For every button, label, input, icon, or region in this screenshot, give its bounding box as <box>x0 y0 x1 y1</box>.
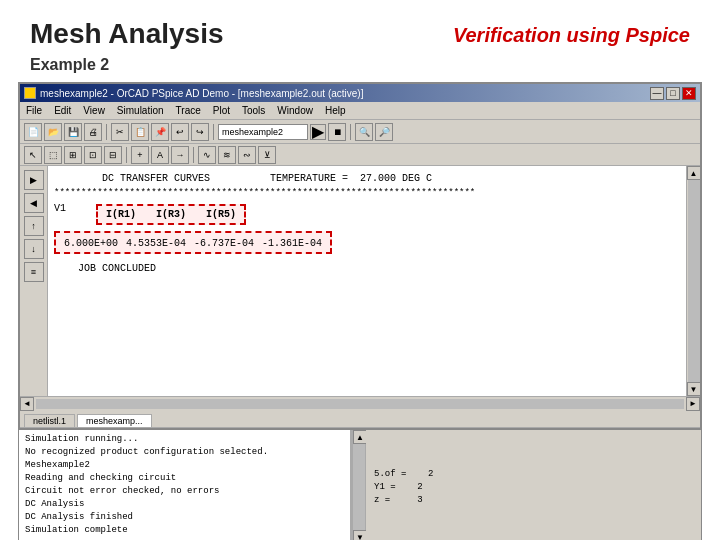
output-line-1: DC TRANSFER CURVES TEMPERATURE = 27.000 … <box>54 172 680 186</box>
scroll-track[interactable] <box>688 180 700 382</box>
undo-icon[interactable]: ↩ <box>171 123 189 141</box>
new-icon[interactable]: 📄 <box>24 123 42 141</box>
cursor-icon[interactable]: ↖ <box>24 146 42 164</box>
status-label-1: 5.of = 2 <box>374 469 433 479</box>
val-ir5: -1.361E-04 <box>262 238 322 249</box>
status-row-2: Y1 = 2 <box>374 482 693 492</box>
verification-text: Verification using Pspice <box>453 24 690 47</box>
log-line-5: Circuit not error checked, no errors <box>25 485 344 498</box>
toolbar-2: ↖ ⬚ ⊞ ⊡ ⊟ + A → ∿ ≋ ∾ ⊻ <box>20 144 700 166</box>
redo-icon[interactable]: ↪ <box>191 123 209 141</box>
hscroll-right-arrow[interactable]: ► <box>686 397 700 411</box>
open-icon[interactable]: 📂 <box>44 123 62 141</box>
status-label-2: Y1 = 2 <box>374 482 423 492</box>
bottom-panel: Simulation running... No recognized prod… <box>18 430 702 540</box>
output-tab-mesh[interactable]: meshexamp... <box>77 414 152 427</box>
toolbar-separator-1 <box>106 124 107 140</box>
log-scroll-down[interactable]: ▼ <box>353 530 367 540</box>
arrow-icon[interactable]: → <box>171 146 189 164</box>
left-panel: ▶ ◀ ↑ ↓ ≡ <box>20 166 48 396</box>
log-line-1: Simulation running... <box>25 433 344 446</box>
menu-bar: File Edit View Simulation Trace Plot Too… <box>20 102 700 120</box>
zoom-icon[interactable]: 🔍 <box>355 123 373 141</box>
subtitle: Example 2 <box>30 56 223 74</box>
add-icon[interactable]: + <box>131 146 149 164</box>
profile-combo[interactable] <box>218 124 308 140</box>
copy-icon[interactable]: 📋 <box>131 123 149 141</box>
menu-plot[interactable]: Plot <box>211 105 232 116</box>
main-title: Mesh Analysis <box>30 18 223 50</box>
select-icon[interactable]: ⬚ <box>44 146 62 164</box>
paste-icon[interactable]: 📌 <box>151 123 169 141</box>
log-line-2: No recognized product configuration sele… <box>25 446 344 459</box>
menu-simulation[interactable]: Simulation <box>115 105 166 116</box>
status-area: 5.of = 2 Y1 = 2 z = 3 <box>366 430 701 540</box>
menu-trace[interactable]: Trace <box>174 105 203 116</box>
log-area: Simulation running... No recognized prod… <box>19 430 352 540</box>
menu-window[interactable]: Window <box>275 105 315 116</box>
side-btn-5[interactable]: ≡ <box>24 262 44 282</box>
wave1-icon[interactable]: ∿ <box>198 146 216 164</box>
menu-view[interactable]: View <box>81 105 107 116</box>
title-block: Mesh Analysis Example 2 <box>30 18 223 74</box>
log-line-3: Meshexample2 <box>25 459 344 472</box>
log-line-6: DC Analysis <box>25 498 344 511</box>
toolbar-separator-2 <box>213 124 214 140</box>
log-line-8: Simulation complete <box>25 524 344 537</box>
grid-icon[interactable]: ⊞ <box>64 146 82 164</box>
output-separator: ****************************************… <box>54 186 680 200</box>
hscroll-left-arrow[interactable]: ◄ <box>20 397 34 411</box>
output-tab-netlist[interactable]: netlistl.1 <box>24 414 75 427</box>
wave3-icon[interactable]: ∾ <box>238 146 256 164</box>
title-bar-buttons: — □ ✕ <box>650 87 696 100</box>
log-line-4: Reading and checking circuit <box>25 472 344 485</box>
log-scroll-track[interactable] <box>353 444 365 530</box>
save-icon[interactable]: 💾 <box>64 123 82 141</box>
app-icon <box>24 87 36 99</box>
header: Mesh Analysis Example 2 Verification usi… <box>0 0 720 82</box>
log-scrollbar: ▲ ▼ <box>352 430 366 540</box>
val-ir1: 4.5353E-04 <box>126 238 186 249</box>
menu-tools[interactable]: Tools <box>240 105 267 116</box>
probe-icon[interactable]: ⊡ <box>84 146 102 164</box>
zoomout-icon[interactable]: 🔎 <box>375 123 393 141</box>
menu-help[interactable]: Help <box>323 105 348 116</box>
toolbar2-sep-2 <box>193 147 194 163</box>
side-btn-3[interactable]: ↑ <box>24 216 44 236</box>
header-ir3: I(R3) <box>156 209 186 220</box>
title-bar-text: meshexample2 - OrCAD PSpice AD Demo - [m… <box>40 88 363 99</box>
result-headers: I(R1) I(R3) I(R5) <box>106 209 236 220</box>
marker-icon[interactable]: ⊟ <box>104 146 122 164</box>
scroll-up-arrow[interactable]: ▲ <box>687 166 701 180</box>
stop-icon[interactable]: ⏹ <box>328 123 346 141</box>
output-job-concluded: JOB CONCLUDED <box>54 262 680 276</box>
menu-edit[interactable]: Edit <box>52 105 73 116</box>
menu-file[interactable]: File <box>24 105 44 116</box>
print-icon[interactable]: 🖨 <box>84 123 102 141</box>
hscroll-track[interactable] <box>36 399 684 409</box>
side-btn-2[interactable]: ◀ <box>24 193 44 213</box>
scroll-down-arrow[interactable]: ▼ <box>687 382 701 396</box>
log-scroll-up[interactable]: ▲ <box>353 430 367 444</box>
status-label-3: z = 3 <box>374 495 423 505</box>
side-btn-4[interactable]: ↓ <box>24 239 44 259</box>
cut-icon[interactable]: ✂ <box>111 123 129 141</box>
minimize-button[interactable]: — <box>650 87 664 100</box>
header-ir5: I(R5) <box>206 209 236 220</box>
text-icon[interactable]: A <box>151 146 169 164</box>
run-button[interactable]: ▶ <box>310 124 326 140</box>
status-row-3: z = 3 <box>374 495 693 505</box>
wave4-icon[interactable]: ⊻ <box>258 146 276 164</box>
wave2-icon[interactable]: ≋ <box>218 146 236 164</box>
toolbar-separator-3 <box>350 124 351 140</box>
result-values-box: 6.000E+00 4.5353E-04 -6.737E-04 -1.361E-… <box>54 231 332 254</box>
title-bar-left: meshexample2 - OrCAD PSpice AD Demo - [m… <box>24 87 363 99</box>
output-file-tabs: netlistl.1 meshexamp... <box>20 410 700 428</box>
val-v1: 6.000E+00 <box>64 238 118 249</box>
side-btn-1[interactable]: ▶ <box>24 170 44 190</box>
maximize-button[interactable]: □ <box>666 87 680 100</box>
close-button[interactable]: ✕ <box>682 87 696 100</box>
right-scrollbar: ▲ ▼ <box>686 166 700 396</box>
output-area: DC TRANSFER CURVES TEMPERATURE = 27.000 … <box>48 166 686 396</box>
window-frame: meshexample2 - OrCAD PSpice AD Demo - [m… <box>18 82 702 430</box>
